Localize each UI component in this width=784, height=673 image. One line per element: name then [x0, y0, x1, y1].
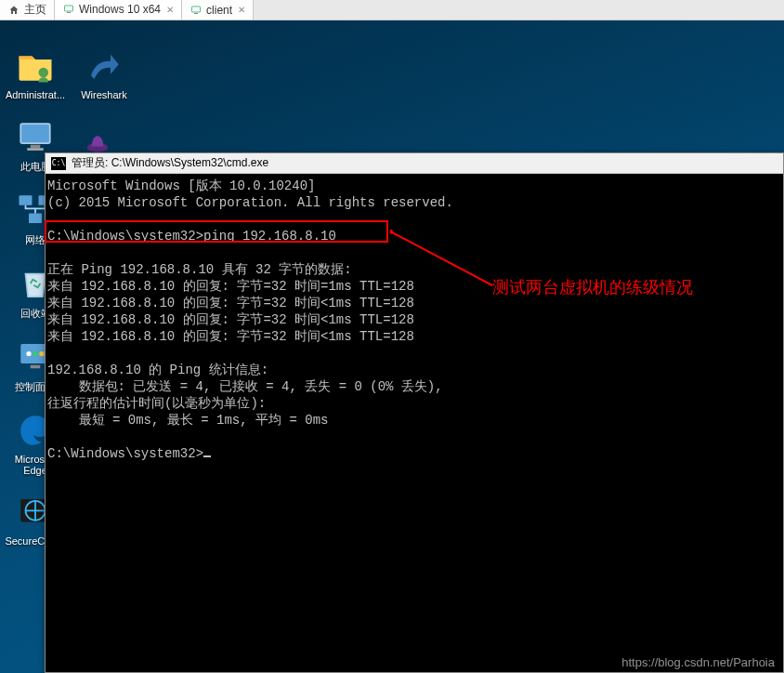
cmd-line: 往返行程的估计时间(以毫秒为单位): [47, 396, 266, 411]
cmd-line: 来自 192.168.8.10 的回复: 字节=32 时间<1ms TTL=12… [47, 312, 414, 327]
tab-client-label: client [206, 4, 232, 17]
cmd-icon: C:\ [51, 157, 66, 170]
cmd-line: 192.168.8.10 的 Ping 统计信息: [47, 363, 268, 377]
svg-point-14 [39, 351, 44, 356]
pc-icon [16, 117, 55, 156]
svg-rect-2 [192, 7, 201, 12]
vm-icon [62, 3, 75, 16]
svg-rect-15 [31, 365, 41, 369]
home-icon [7, 4, 20, 17]
desktop-icon-wireshark[interactable]: Wireshark [74, 46, 134, 100]
cmd-line: 来自 192.168.8.10 的回复: 字节=32 时间<1ms TTL=12… [47, 296, 414, 310]
svg-rect-3 [194, 13, 198, 14]
watermark: https://blog.csdn.net/Parhoia [621, 655, 775, 669]
cmd-line: 最短 = 0ms, 最长 = 1ms, 平均 = 0ms [47, 413, 328, 428]
cmd-window[interactable]: C:\ 管理员: C:\Windows\System32\cmd.exe Mic… [45, 152, 784, 673]
svg-rect-1 [67, 12, 71, 13]
cmd-line: C:\Windows\system32>ping 192.168.8.10 [47, 229, 336, 244]
folder-user-icon [16, 46, 55, 86]
close-icon[interactable]: ✕ [238, 5, 245, 15]
cmd-cursor [203, 455, 211, 457]
svg-rect-5 [20, 124, 50, 143]
svg-point-12 [26, 351, 31, 356]
svg-rect-8 [20, 195, 33, 205]
svg-rect-0 [65, 6, 73, 11]
svg-rect-10 [29, 214, 42, 224]
cmd-line: 数据包: 已发送 = 4, 已接收 = 4, 丢失 = 0 (0% 丢失), [47, 379, 443, 394]
desktop-icon-administrator[interactable]: Administrat... [6, 46, 65, 100]
tab-windows10-label: Windows 10 x64 [79, 3, 161, 16]
tab-home[interactable]: 主页 [0, 0, 55, 20]
svg-rect-6 [31, 145, 41, 149]
close-icon[interactable]: ✕ [166, 5, 174, 15]
cmd-line: C:\Windows\system32> [47, 446, 203, 461]
cmd-title-bar[interactable]: C:\ 管理员: C:\Windows\System32\cmd.exe [46, 153, 783, 174]
tab-windows10[interactable]: Windows 10 x64 ✕ [55, 0, 182, 20]
vm-icon [189, 4, 203, 17]
icon-label: Wireshark [81, 89, 127, 100]
tab-client[interactable]: client ✕ [182, 0, 254, 20]
icon-label: Administrat... [6, 89, 65, 100]
cmd-title-text: 管理员: C:\Windows\System32\cmd.exe [72, 155, 268, 171]
vm-desktop: Administrat... 此电脑 网络 回收站 控制面板 [0, 20, 784, 673]
tab-home-label: 主页 [24, 2, 46, 18]
svg-point-4 [39, 68, 49, 78]
cmd-line: 正在 Ping 192.168.8.10 具有 32 字节的数据: [47, 262, 352, 277]
cmd-output[interactable]: Microsoft Windows [版本 10.0.10240] (c) 20… [46, 174, 783, 672]
wireshark-icon [85, 46, 124, 86]
cmd-line: 来自 192.168.8.10 的回复: 字节=32 时间=1ms TTL=12… [47, 279, 414, 294]
svg-point-13 [33, 351, 37, 356]
cmd-line: (c) 2015 Microsoft Corporation. All righ… [47, 195, 453, 210]
svg-rect-7 [27, 148, 44, 151]
vm-tab-bar: 主页 Windows 10 x64 ✕ client ✕ [0, 0, 784, 20]
icon-label: 网络 [25, 233, 46, 247]
cmd-line: Microsoft Windows [版本 10.0.10240] [47, 178, 315, 193]
cmd-line: 来自 192.168.8.10 的回复: 字节=32 时间<1ms TTL=12… [47, 329, 414, 344]
